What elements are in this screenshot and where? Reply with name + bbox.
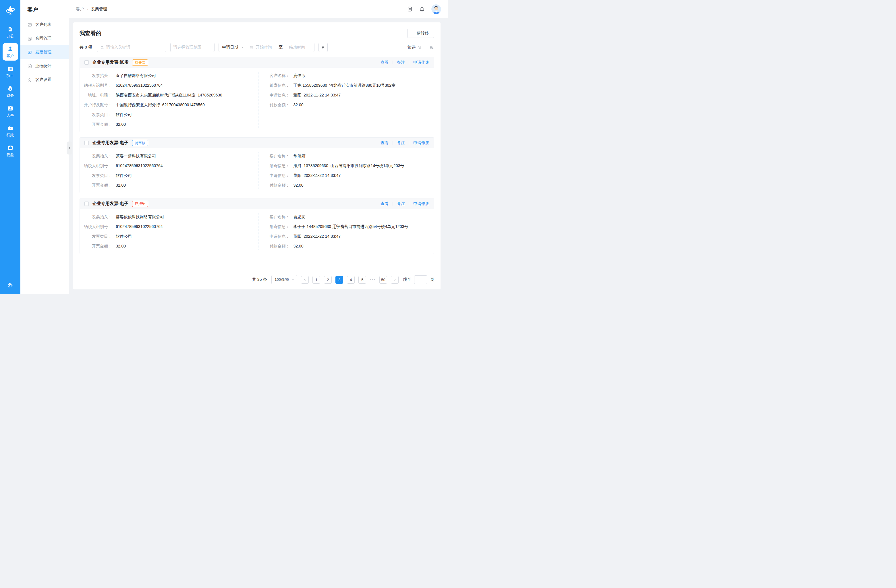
sidebar-item-contract-mgmt[interactable]: 合同管理 [20,32,69,46]
field-row: 客户名称：鹿佳欣 [269,73,434,78]
invoice-card-header: 企业专用发票·纸质 待开票 查看 备注 申请作废 [80,57,434,68]
void-request-link[interactable]: 申请作废 [413,60,429,65]
prev-page-button[interactable] [301,276,309,284]
invoice-checkbox[interactable] [84,60,89,65]
date-type-label[interactable]: 申请日期 [222,45,238,50]
invoice-right-column: 客户名称：曹思亮 邮寄信息：李子子 14485209630 辽宁省营口市前进西路… [257,210,434,248]
page-button-5[interactable]: 5 [358,276,366,284]
column-divider [258,152,259,189]
invoice-card-body: 发票抬头：咨客依依科技网络有限公司 纳税人识别号：610247859631022… [80,209,434,254]
field-value: 鹿佳欣 [294,73,306,78]
page-suffix-label: 页 [430,277,434,282]
date-range-picker[interactable]: 申请日期 开始时间 至 结束时间 [219,43,314,52]
rail-item-clouddisk[interactable]: 云盘 [3,142,18,160]
rail-item-label: 云盘 [7,152,14,158]
sidebar-item-label: 客户设置 [35,77,52,82]
filter-label: 筛选 [407,45,416,50]
sort-list-icon[interactable] [429,45,434,50]
filter-toggle[interactable]: 筛选 [407,45,422,50]
field-label: 客户名称： [269,214,290,219]
clear-filters-button[interactable] [318,43,328,52]
void-request-link[interactable]: 申请作废 [413,140,429,146]
end-date-placeholder[interactable]: 结束时间 [289,45,305,50]
page-button-4[interactable]: 4 [347,276,355,284]
field-row: 发票类目：软件公司 [80,112,257,117]
scope-placeholder: 请选择管理范围 [174,45,202,50]
page-size-select[interactable]: 100条/页 [271,275,297,284]
field-row: 邮寄信息：王完 15585209630 河北省迁安市前进路380弄10号302室 [269,83,434,88]
action-divider [409,141,409,145]
field-label: 纳税人识别号： [80,83,112,88]
admin-icon [7,125,14,131]
invoice-icon [27,50,32,55]
rail-item-admin[interactable]: 行政 [3,122,18,140]
jump-page-input[interactable] [414,275,427,284]
field-value: 32.00 [116,244,126,248]
user-avatar[interactable] [431,4,441,14]
project-icon [7,66,14,72]
invoice-checkbox[interactable] [84,201,89,206]
rail-item-label: 项目 [7,73,14,78]
view-link[interactable]: 查看 [381,140,389,146]
view-link[interactable]: 查看 [381,201,389,206]
field-value: 610247859631022560764 [116,163,163,168]
page-body: 我查看的 一建转移 共 8 项 请输入关键词 请选择管理范围 申请日期 [69,18,448,294]
rail-item-office[interactable]: 办公 [3,23,18,41]
page-button-3-active[interactable]: 3 [335,276,343,284]
sidebar-item-customer-settings[interactable]: 客户设置 [20,73,69,87]
chevron-down-icon [241,46,244,49]
breadcrumb-parent[interactable]: 客户 [76,7,84,12]
invoice-right-column: 客户名称：鹿佳欣 邮寄信息：王完 15585209630 河北省迁安市前进路38… [257,69,434,127]
field-row: 开户行及账号：中国银行西安北大街分行 6217004380001478569 [80,102,257,107]
field-value: 软件公司 [116,173,132,178]
field-value: 李子子 14485209630 辽宁省营口市前进西路54号楼4单元1203号 [294,224,408,229]
rail-item-customer[interactable]: 客户 [3,43,18,61]
view-link[interactable]: 查看 [381,60,389,65]
field-value: 32.00 [116,183,126,188]
start-date-placeholder[interactable]: 开始时间 [256,45,272,50]
rail-item-hr[interactable]: 人事 [3,102,18,120]
field-label: 发票类目： [80,112,112,117]
rail-item-finance[interactable]: 财务 [3,83,18,100]
invoice-card: 企业专用发票·纸质 待开票 查看 备注 申请作废 发票抬 [79,57,434,133]
field-value: 32.00 [116,122,126,127]
field-label: 付款金额： [269,102,290,107]
one-click-transfer-button[interactable]: 一建转移 [407,29,434,38]
field-label: 客户名称： [269,73,290,78]
notebook-icon[interactable] [407,6,413,12]
sidebar-item-performance-stats[interactable]: 业绩统计 [20,59,69,73]
settings-gear-icon[interactable] [7,282,13,288]
topbar-right [407,4,441,14]
page-button-50[interactable]: 50 [379,276,387,284]
sidebar-item-invoice-mgmt[interactable]: 发票管理 [20,46,69,59]
rail-item-project[interactable]: 项目 [3,63,18,81]
remark-link[interactable]: 备注 [397,201,405,206]
page-button-1[interactable]: 1 [312,276,320,284]
sidebar-item-customer-list[interactable]: 客户列表 [20,18,69,32]
remark-link[interactable]: 备注 [397,140,405,146]
secondary-sidebar: 客户 客户列表 合同管理 发票管理 业绩统计 客户设置 [20,0,69,294]
page-button-2[interactable]: 2 [324,276,332,284]
field-row: 开票金额：32.00 [80,183,257,188]
field-label: 付款金额： [269,183,290,188]
field-value: 咨客依依科技网络有限公司 [116,214,164,219]
keyword-search-input[interactable]: 请输入关键词 [97,43,166,52]
void-request-link[interactable]: 申请作废 [413,201,429,206]
invoice-card: 企业专用发票·电子 待审核 查看 备注 申请作废 发票抬 [79,137,434,193]
bell-icon[interactable] [419,6,425,12]
performance-icon [27,64,32,69]
field-label: 开户行及账号： [80,102,112,107]
jump-to-label: 跳至 [403,277,411,282]
sidebar-item-label: 客户列表 [35,22,52,27]
rail-item-label: 人事 [7,113,14,118]
remark-link[interactable]: 备注 [397,60,405,65]
scope-select[interactable]: 请选择管理范围 [170,43,215,52]
rail-item-label: 客户 [7,53,14,59]
chevron-down-icon [291,278,295,281]
invoice-checkbox[interactable] [84,141,89,145]
rail-item-label: 财务 [7,93,14,98]
status-badge: 待审核 [132,140,148,146]
field-label: 客户名称： [269,153,290,158]
next-page-button[interactable] [391,276,399,284]
sidebar-collapse-handle[interactable] [67,142,72,154]
